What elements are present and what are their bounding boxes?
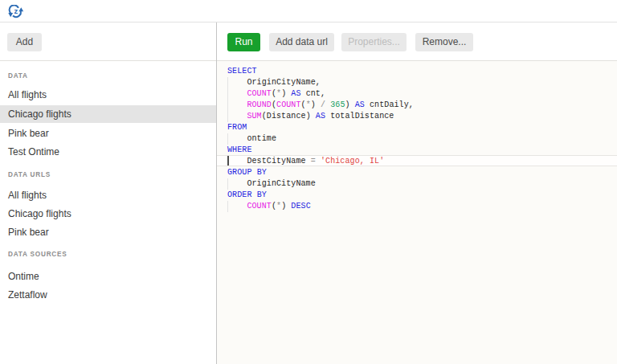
- svg-text:z: z: [14, 7, 18, 15]
